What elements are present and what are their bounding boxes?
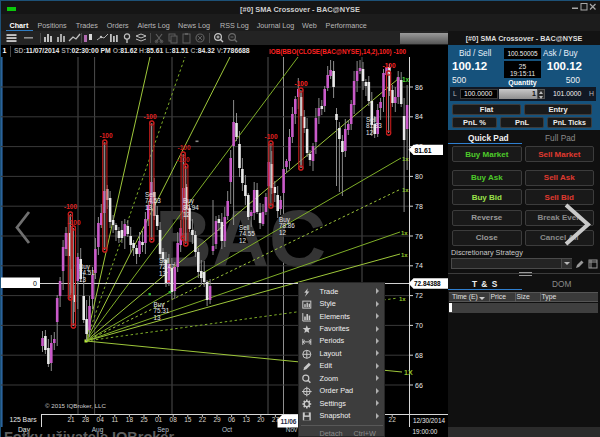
svg-text:13: 13	[243, 416, 251, 423]
svg-text:72.84388: 72.84388	[414, 280, 441, 287]
svg-text:15: 15	[184, 416, 192, 423]
svg-text:28: 28	[82, 416, 90, 423]
svg-text:13: 13	[145, 204, 153, 211]
svg-text:72: 72	[415, 292, 423, 299]
svg-text:21: 21	[67, 416, 75, 423]
svg-text:22: 22	[389, 416, 397, 423]
svg-text:1x: 1x	[402, 156, 409, 162]
svg-text:1x: 1x	[402, 76, 410, 83]
svg-text:13: 13	[159, 270, 167, 277]
svg-text:70: 70	[415, 322, 423, 329]
svg-text:18: 18	[126, 416, 134, 423]
svg-text:68: 68	[415, 352, 423, 359]
svg-text:12: 12	[183, 211, 191, 218]
svg-text:0: 0	[33, 280, 37, 287]
svg-text:12: 12	[366, 129, 374, 136]
svg-text:66: 66	[415, 382, 423, 389]
svg-text:-100: -100	[99, 132, 112, 139]
svg-text:20: 20	[257, 416, 265, 423]
svg-text:25: 25	[140, 416, 148, 423]
svg-text:1x: 1x	[401, 230, 408, 236]
svg-text:-100: -100	[176, 156, 189, 163]
svg-text:11/06: 11/06	[281, 418, 297, 425]
svg-text:86: 86	[415, 84, 423, 91]
svg-text:84: 84	[415, 113, 423, 120]
svg-text:-100: -100	[64, 203, 77, 210]
svg-text:Fotky uživatele IQBroker: Fotky uživatele IQBroker	[4, 429, 174, 437]
svg-text:81.61: 81.61	[415, 147, 432, 154]
svg-text:06: 06	[228, 416, 236, 423]
svg-text:12: 12	[239, 237, 247, 244]
svg-text:© 2015 IQBroker, LLC: © 2015 IQBroker, LLC	[45, 402, 106, 409]
svg-text:12/30/2014: 12/30/2014	[413, 417, 445, 424]
svg-text:01: 01	[155, 416, 163, 423]
svg-text:-100: -100	[382, 62, 395, 69]
svg-text:08: 08	[170, 416, 178, 423]
svg-text:80: 80	[415, 173, 423, 180]
svg-text:Oct: Oct	[222, 426, 232, 433]
svg-text:29: 29	[213, 416, 221, 423]
svg-text:-100: -100	[67, 219, 80, 226]
svg-text:1x: 1x	[399, 296, 406, 302]
svg-text:12: 12	[279, 229, 287, 236]
svg-text:1X: 1X	[404, 369, 413, 376]
svg-text:-100: -100	[177, 144, 190, 151]
svg-text:11: 11	[111, 416, 118, 423]
svg-text:76: 76	[415, 233, 423, 240]
svg-text:74: 74	[415, 262, 423, 269]
svg-text:-100: -100	[294, 80, 307, 87]
svg-text:78: 78	[415, 203, 423, 210]
svg-text:125 Bars: 125 Bars	[9, 416, 37, 423]
svg-text:-100: -100	[143, 113, 156, 120]
svg-text:04: 04	[97, 416, 105, 423]
svg-text:1x: 1x	[402, 187, 409, 193]
svg-text:13: 13	[154, 314, 162, 321]
svg-text:-100: -100	[264, 133, 277, 140]
svg-text:13: 13	[79, 276, 87, 283]
svg-text:19:00:00: 19:00:00	[413, 428, 438, 435]
svg-text:22: 22	[199, 416, 207, 423]
svg-text:1x: 1x	[401, 252, 408, 258]
